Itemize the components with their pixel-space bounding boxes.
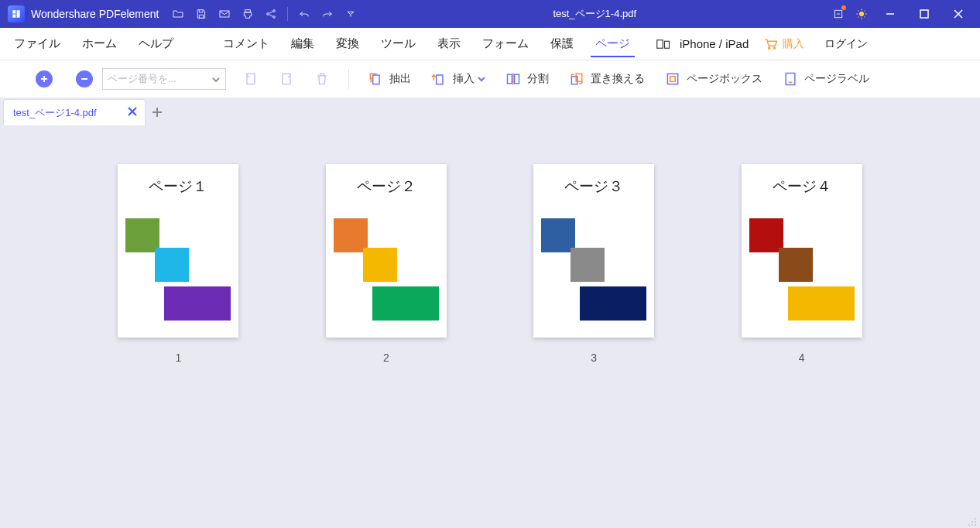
purchase-label: 購入 <box>783 37 804 51</box>
thumb-shape-c <box>372 286 439 321</box>
new-tab-button[interactable] <box>146 99 169 125</box>
page-thumbnail[interactable]: ページ４4 <box>742 164 862 364</box>
menu-tool[interactable]: ツール <box>370 28 427 60</box>
svg-point-22 <box>975 518 976 519</box>
tab-strip: test_ページ1-4.pdf <box>0 98 980 125</box>
rotate-right-button[interactable] <box>271 60 302 98</box>
thumb-shape-b <box>155 248 189 282</box>
pagelabel-button[interactable]: ページラベル <box>775 60 877 98</box>
notification-icon[interactable] <box>827 0 850 28</box>
open-file-icon[interactable] <box>166 0 190 28</box>
pagebox-button[interactable]: ページボックス <box>657 60 770 98</box>
replace-button[interactable]: 置き換える <box>561 60 653 98</box>
menu-page[interactable]: ページ <box>584 28 641 60</box>
svg-point-5 <box>859 12 863 15</box>
mail-icon[interactable] <box>213 0 236 28</box>
insert-icon <box>431 71 447 87</box>
chevron-down-icon <box>211 75 221 87</box>
rotate-left-button[interactable] <box>235 60 266 98</box>
extract-icon <box>368 71 383 87</box>
pagelabel-label: ページラベル <box>804 72 869 86</box>
toolbar-separator <box>348 69 349 89</box>
menu-edit[interactable]: 編集 <box>280 28 325 60</box>
page-thumbnail-card: ページ１ <box>118 164 238 338</box>
page-number-label: 1 <box>175 351 181 364</box>
minimize-button[interactable] <box>873 0 907 28</box>
menu-comment[interactable]: コメント <box>212 28 280 60</box>
page-thumbnail-workspace: ページ１1ページ２2ページ３3ページ４4 <box>0 125 980 528</box>
svg-point-1 <box>267 13 269 15</box>
tab-label: test_ページ1-4.pdf <box>13 106 97 120</box>
notification-dot-icon <box>841 5 846 10</box>
maximize-button[interactable] <box>907 0 941 28</box>
page-thumbnail-title: ページ１ <box>125 177 231 197</box>
insert-button[interactable]: 挿入 <box>423 60 493 98</box>
thumb-shape-c <box>788 286 855 321</box>
svg-point-2 <box>273 10 276 12</box>
page-thumbnail[interactable]: ページ１1 <box>118 164 238 364</box>
split-button[interactable]: 分割 <box>498 60 557 98</box>
menu-home[interactable]: ホーム <box>71 28 128 60</box>
thumb-shape-c <box>580 286 646 321</box>
title-bar: Wondershare PDFelement test_ページ1-4.pdf <box>0 0 980 28</box>
svg-point-27 <box>975 524 976 526</box>
share-icon[interactable] <box>259 0 283 28</box>
svg-rect-13 <box>373 75 379 84</box>
svg-point-9 <box>769 47 770 49</box>
insert-label: 挿入 <box>453 72 475 86</box>
menu-form[interactable]: フォーム <box>471 28 540 60</box>
svg-rect-8 <box>665 41 670 48</box>
svg-rect-21 <box>786 74 795 85</box>
page-thumbnail-title: ページ４ <box>749 177 855 197</box>
delete-page-button[interactable] <box>307 60 338 98</box>
svg-rect-11 <box>247 74 255 84</box>
device-sync-icon[interactable] <box>650 39 673 50</box>
page-thumbnail-card: ページ３ <box>533 164 654 338</box>
app-name: Wondershare PDFelement <box>31 8 159 20</box>
page-thumbnail[interactable]: ページ３3 <box>533 164 654 364</box>
svg-rect-6 <box>920 10 928 18</box>
purchase-button[interactable]: 購入 <box>755 37 814 51</box>
page-thumbnail[interactable]: ページ２2 <box>326 164 447 364</box>
page-thumbnail-title: ページ３ <box>541 177 646 197</box>
document-tab[interactable]: test_ページ1-4.pdf <box>3 99 146 125</box>
page-number-input[interactable]: ページ番号を... <box>102 68 226 90</box>
zoom-out-button[interactable] <box>76 70 93 87</box>
zoom-in-button[interactable] <box>36 70 53 87</box>
print-icon[interactable] <box>236 0 259 28</box>
menu-bar: ファイル ホーム ヘルプ コメント 編集 変換 ツール 表示 フォーム 保護 ペ… <box>0 28 980 60</box>
pagelabel-icon <box>783 71 798 87</box>
svg-point-23 <box>971 521 973 523</box>
page-number-label: 3 <box>591 351 597 364</box>
page-number-label: 4 <box>799 351 805 364</box>
menu-file[interactable]: ファイル <box>3 28 71 60</box>
menu-view[interactable]: 表示 <box>427 28 471 60</box>
menu-protect[interactable]: 保護 <box>540 28 584 60</box>
extract-label: 抽出 <box>389 72 411 86</box>
menu-help[interactable]: ヘルプ <box>128 28 184 60</box>
thumb-shape-b <box>779 248 813 282</box>
split-label: 分割 <box>527 72 549 86</box>
resize-grip-icon[interactable] <box>968 516 977 525</box>
split-icon <box>505 71 521 87</box>
undo-icon[interactable] <box>293 0 316 28</box>
insert-dropdown-icon[interactable] <box>478 73 485 85</box>
replace-label: 置き換える <box>591 72 645 86</box>
close-window-button[interactable] <box>941 0 975 28</box>
theme-toggle-icon[interactable] <box>850 0 873 28</box>
page-toolbar: ページ番号を... 抽出 挿入 分割 置き換える ページボックス ページラベル <box>0 60 980 98</box>
save-icon[interactable] <box>190 0 213 28</box>
device-label[interactable]: iPhone / iPad <box>673 28 755 60</box>
quick-access-dropdown-icon[interactable] <box>339 0 362 28</box>
extract-button[interactable]: 抽出 <box>360 60 419 98</box>
page-number-label: 2 <box>383 351 389 364</box>
page-thumbnail-card: ページ４ <box>742 164 862 338</box>
pagebox-label: ページボックス <box>687 72 762 86</box>
thumb-shape-c <box>164 286 231 321</box>
pagebox-icon <box>665 71 680 87</box>
login-button[interactable]: ログイン <box>814 37 879 51</box>
menu-convert[interactable]: 変換 <box>325 28 370 60</box>
tab-close-button[interactable] <box>128 107 137 118</box>
redo-icon[interactable] <box>316 0 339 28</box>
svg-rect-15 <box>508 74 512 84</box>
